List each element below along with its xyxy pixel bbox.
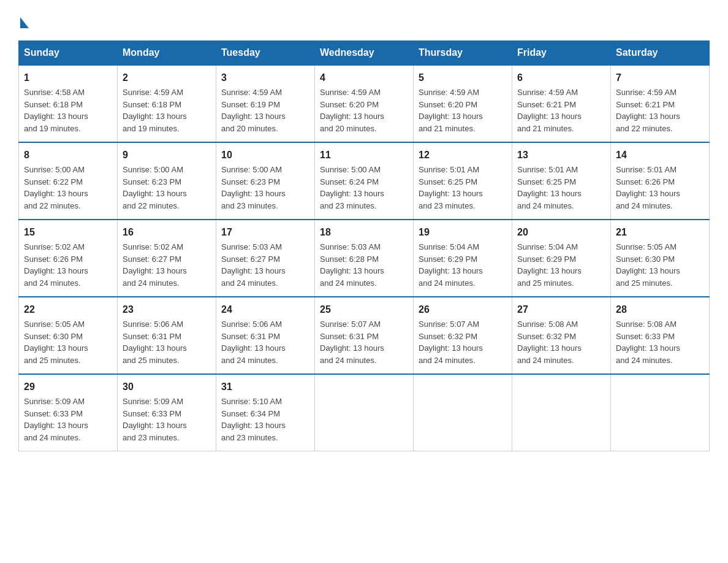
day-number: 19 (419, 225, 507, 240)
day-number: 15 (24, 225, 112, 240)
day-cell-2: 2Sunrise: 4:59 AMSunset: 6:18 PMDaylight… (118, 65, 216, 142)
day-cell-30: 30Sunrise: 5:09 AMSunset: 6:33 PMDayligh… (118, 374, 216, 451)
day-number: 14 (616, 148, 704, 163)
day-cell-26: 26Sunrise: 5:07 AMSunset: 6:32 PMDayligh… (414, 297, 512, 374)
day-cell-29: 29Sunrise: 5:09 AMSunset: 6:33 PMDayligh… (19, 374, 118, 451)
day-info: Sunrise: 5:05 AMSunset: 6:30 PMDaylight:… (616, 241, 704, 289)
day-cell-12: 12Sunrise: 5:01 AMSunset: 6:25 PMDayligh… (414, 142, 512, 220)
day-cell-1: 1Sunrise: 4:58 AMSunset: 6:18 PMDaylight… (19, 65, 118, 142)
day-cell-8: 8Sunrise: 5:00 AMSunset: 6:22 PMDaylight… (19, 142, 118, 220)
week-row-5: 29Sunrise: 5:09 AMSunset: 6:33 PMDayligh… (19, 374, 710, 451)
day-number: 5 (419, 71, 507, 85)
day-info: Sunrise: 4:59 AMSunset: 6:18 PMDaylight:… (123, 86, 211, 134)
day-cell-13: 13Sunrise: 5:01 AMSunset: 6:25 PMDayligh… (512, 142, 611, 220)
day-number: 2 (123, 71, 211, 85)
day-number: 16 (123, 225, 211, 240)
day-info: Sunrise: 5:02 AMSunset: 6:27 PMDaylight:… (123, 241, 211, 289)
day-number: 29 (24, 380, 112, 394)
day-number: 23 (123, 302, 211, 317)
empty-cell (315, 374, 414, 451)
day-cell-17: 17Sunrise: 5:03 AMSunset: 6:27 PMDayligh… (216, 220, 315, 297)
day-number: 31 (221, 380, 309, 394)
day-info: Sunrise: 4:58 AMSunset: 6:18 PMDaylight:… (24, 86, 112, 134)
day-info: Sunrise: 5:08 AMSunset: 6:33 PMDaylight:… (616, 318, 704, 366)
day-info: Sunrise: 5:04 AMSunset: 6:29 PMDaylight:… (517, 241, 605, 289)
calendar-table: SundayMondayTuesdayWednesdayThursdayFrid… (18, 40, 710, 451)
day-cell-18: 18Sunrise: 5:03 AMSunset: 6:28 PMDayligh… (315, 220, 414, 297)
week-row-3: 15Sunrise: 5:02 AMSunset: 6:26 PMDayligh… (19, 220, 710, 297)
day-cell-11: 11Sunrise: 5:00 AMSunset: 6:24 PMDayligh… (315, 142, 414, 220)
day-cell-21: 21Sunrise: 5:05 AMSunset: 6:30 PMDayligh… (611, 220, 710, 297)
empty-cell (414, 374, 512, 451)
day-number: 27 (517, 302, 605, 317)
day-info: Sunrise: 5:09 AMSunset: 6:33 PMDaylight:… (123, 396, 211, 443)
header-saturday: Saturday (611, 41, 710, 66)
day-cell-6: 6Sunrise: 4:59 AMSunset: 6:21 PMDaylight… (512, 65, 611, 142)
day-number: 26 (419, 302, 507, 317)
day-number: 25 (320, 302, 408, 317)
day-info: Sunrise: 5:06 AMSunset: 6:31 PMDaylight:… (123, 318, 211, 366)
day-cell-24: 24Sunrise: 5:06 AMSunset: 6:31 PMDayligh… (216, 297, 315, 374)
empty-cell (611, 374, 710, 451)
day-number: 13 (517, 148, 605, 163)
day-number: 8 (24, 148, 112, 163)
week-row-4: 22Sunrise: 5:05 AMSunset: 6:30 PMDayligh… (19, 297, 710, 374)
day-number: 24 (221, 302, 309, 317)
day-cell-5: 5Sunrise: 4:59 AMSunset: 6:20 PMDaylight… (414, 65, 512, 142)
day-cell-27: 27Sunrise: 5:08 AMSunset: 6:32 PMDayligh… (512, 297, 611, 374)
day-info: Sunrise: 4:59 AMSunset: 6:21 PMDaylight:… (616, 86, 704, 134)
day-cell-10: 10Sunrise: 5:00 AMSunset: 6:23 PMDayligh… (216, 142, 315, 220)
day-info: Sunrise: 5:08 AMSunset: 6:32 PMDaylight:… (517, 318, 605, 366)
day-info: Sunrise: 5:06 AMSunset: 6:31 PMDaylight:… (221, 318, 309, 366)
day-number: 7 (616, 71, 704, 85)
week-row-1: 1Sunrise: 4:58 AMSunset: 6:18 PMDaylight… (19, 65, 710, 142)
header-friday: Friday (512, 41, 611, 66)
day-number: 4 (320, 71, 408, 85)
day-number: 22 (24, 302, 112, 317)
day-number: 20 (517, 225, 605, 240)
day-info: Sunrise: 5:02 AMSunset: 6:26 PMDaylight:… (24, 241, 112, 289)
day-cell-15: 15Sunrise: 5:02 AMSunset: 6:26 PMDayligh… (19, 220, 118, 297)
day-info: Sunrise: 5:07 AMSunset: 6:31 PMDaylight:… (320, 318, 408, 366)
day-info: Sunrise: 5:03 AMSunset: 6:27 PMDaylight:… (221, 241, 309, 289)
day-cell-23: 23Sunrise: 5:06 AMSunset: 6:31 PMDayligh… (118, 297, 216, 374)
day-cell-14: 14Sunrise: 5:01 AMSunset: 6:26 PMDayligh… (611, 142, 710, 220)
day-cell-20: 20Sunrise: 5:04 AMSunset: 6:29 PMDayligh… (512, 220, 611, 297)
day-number: 18 (320, 225, 408, 240)
day-number: 9 (123, 148, 211, 163)
day-info: Sunrise: 5:05 AMSunset: 6:30 PMDaylight:… (24, 318, 112, 366)
day-number: 10 (221, 148, 309, 163)
day-cell-31: 31Sunrise: 5:10 AMSunset: 6:34 PMDayligh… (216, 374, 315, 451)
day-info: Sunrise: 4:59 AMSunset: 6:20 PMDaylight:… (320, 86, 408, 134)
day-info: Sunrise: 5:04 AMSunset: 6:29 PMDaylight:… (419, 241, 507, 289)
day-cell-25: 25Sunrise: 5:07 AMSunset: 6:31 PMDayligh… (315, 297, 414, 374)
day-cell-7: 7Sunrise: 4:59 AMSunset: 6:21 PMDaylight… (611, 65, 710, 142)
day-info: Sunrise: 5:03 AMSunset: 6:28 PMDaylight:… (320, 241, 408, 289)
calendar-header-row: SundayMondayTuesdayWednesdayThursdayFrid… (19, 41, 710, 66)
day-number: 17 (221, 225, 309, 240)
day-cell-28: 28Sunrise: 5:08 AMSunset: 6:33 PMDayligh… (611, 297, 710, 374)
day-info: Sunrise: 5:00 AMSunset: 6:23 PMDaylight:… (221, 164, 309, 212)
day-number: 30 (123, 380, 211, 394)
day-number: 1 (24, 71, 112, 85)
day-cell-22: 22Sunrise: 5:05 AMSunset: 6:30 PMDayligh… (19, 297, 118, 374)
day-info: Sunrise: 5:00 AMSunset: 6:22 PMDaylight:… (24, 164, 112, 212)
day-info: Sunrise: 5:00 AMSunset: 6:23 PMDaylight:… (123, 164, 211, 212)
header-thursday: Thursday (414, 41, 512, 66)
page-header (18, 12, 710, 29)
day-number: 12 (419, 148, 507, 163)
day-cell-4: 4Sunrise: 4:59 AMSunset: 6:20 PMDaylight… (315, 65, 414, 142)
header-wednesday: Wednesday (315, 41, 414, 66)
day-cell-19: 19Sunrise: 5:04 AMSunset: 6:29 PMDayligh… (414, 220, 512, 297)
day-info: Sunrise: 4:59 AMSunset: 6:21 PMDaylight:… (517, 86, 605, 134)
header-sunday: Sunday (19, 41, 118, 66)
empty-cell (512, 374, 611, 451)
logo-triangle-icon (20, 17, 29, 28)
day-number: 21 (616, 225, 704, 240)
day-cell-9: 9Sunrise: 5:00 AMSunset: 6:23 PMDaylight… (118, 142, 216, 220)
day-info: Sunrise: 5:00 AMSunset: 6:24 PMDaylight:… (320, 164, 408, 212)
day-number: 3 (221, 71, 309, 85)
day-cell-3: 3Sunrise: 4:59 AMSunset: 6:19 PMDaylight… (216, 65, 315, 142)
day-info: Sunrise: 5:01 AMSunset: 6:26 PMDaylight:… (616, 164, 704, 212)
header-tuesday: Tuesday (216, 41, 315, 66)
